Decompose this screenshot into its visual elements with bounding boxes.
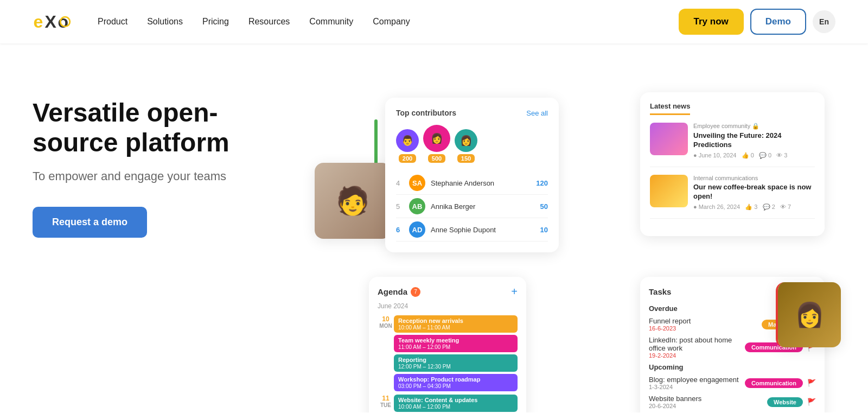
agenda-day-11: 11 TUE Website: Content & updates10:00 A… (378, 395, 518, 412)
rank-row-4: 4 SA Stephanie Anderson 120 (396, 171, 548, 195)
rank3-score: 150 (457, 154, 475, 163)
rank-row-5: 5 AB Annika Berger 50 (396, 195, 548, 218)
agenda-card: Agenda 7 + June 2024 10 MON Reception ne… (369, 277, 526, 412)
try-now-button[interactable]: Try now (679, 9, 744, 35)
tag-website-1: Website (767, 397, 803, 407)
see-all-link[interactable]: See all (526, 109, 548, 117)
agenda-badge: 7 (411, 287, 420, 297)
news-content-2: Internal communications Our new coffee-b… (693, 175, 815, 211)
agenda-title: Agenda (378, 287, 407, 296)
hero-visual: 🧑 Top contributors See all 👨 200 👩 500 👩 (282, 65, 835, 391)
event-reception: Reception new arrivals10:00 AM – 11:00 A… (394, 315, 518, 333)
nav-company[interactable]: Company (373, 17, 410, 27)
event-team-meeting: Team weekly meeting11:00 AM – 12:00 PM (394, 335, 518, 352)
nav-product[interactable]: Product (98, 17, 127, 27)
event-website: Website: Content & updates10:00 AM – 12:… (394, 395, 518, 412)
nav-resources[interactable]: Resources (248, 17, 290, 27)
navbar: e X o Product Solutions Pricing Resource… (0, 0, 868, 43)
profile-avatar-left: 🧑 (315, 163, 391, 239)
flag-yellow-2: 🚩 (807, 398, 816, 406)
avatar-rank3: 👩 150 (455, 129, 477, 163)
contributors-card: Top contributors See all 👨 200 👩 500 👩 1… (385, 98, 559, 252)
agenda-month: June 2024 (378, 302, 518, 310)
demo-button[interactable]: Demo (750, 9, 806, 35)
nav-links: Product Solutions Pricing Resources Comm… (98, 17, 679, 27)
event-workshop: Workshop: Product roadmap03:00 PM – 04:3… (394, 374, 518, 391)
svg-text:e: e (34, 12, 43, 31)
rank-row-6: 6 AD Anne Sophie Dupont 10 (396, 218, 548, 242)
svg-text:o: o (58, 12, 68, 31)
news-content-1: Employee community 🔒 Unveiling the Futur… (693, 123, 815, 159)
agenda-add-button[interactable]: + (511, 285, 518, 298)
rank1-score: 500 (428, 154, 445, 163)
agenda-day-10: 10 MON Reception new arrivals10:00 AM – … (378, 315, 518, 391)
profile-card-left: 🧑 (315, 163, 391, 239)
nav-community[interactable]: Community (309, 17, 353, 27)
language-button[interactable]: En (813, 10, 835, 33)
task-blog: Blog: employee engagement 1-3-2024 Commu… (649, 376, 816, 390)
rank1-avatar: 👩 (423, 125, 450, 152)
rank6-avatar: AD (409, 221, 425, 238)
avatar-rank1: 👩 500 (423, 125, 450, 163)
upcoming-label: Upcoming (649, 363, 816, 371)
svg-text:X: X (44, 12, 56, 31)
news-thumb-2 (650, 175, 688, 207)
contributors-header: Top contributors See all (396, 109, 548, 117)
profile-card-right: 👩 (776, 282, 841, 347)
hero-title: Versatile open-source platform (33, 98, 260, 157)
agenda-header: Agenda 7 + (378, 285, 518, 298)
nav-pricing[interactable]: Pricing (202, 17, 229, 27)
news-item-1: Employee community 🔒 Unveiling the Futur… (650, 123, 815, 167)
hero-text: Versatile open-source platform To empowe… (33, 65, 260, 238)
news-tab-bar: Latest news (650, 102, 815, 115)
nav-actions: Try now Demo En (679, 9, 835, 35)
logo[interactable]: e X o (33, 11, 72, 33)
flag-yellow-1: 🚩 (807, 379, 816, 387)
request-demo-button[interactable]: Request a demo (33, 207, 147, 238)
rank5-avatar: AB (409, 198, 425, 214)
hero-subtitle: To empower and engage your teams (33, 168, 260, 185)
news-thumb-1 (650, 123, 688, 155)
rank4-avatar: SA (409, 175, 425, 191)
news-tab-latest[interactable]: Latest news (650, 102, 690, 115)
rank3-avatar: 👩 (455, 129, 477, 152)
avatar-rank2: 👨 200 (396, 129, 419, 163)
task-website-banners: Website banners 20-6-2024 Website 🚩 (649, 395, 816, 409)
profile-avatar-right: 👩 (778, 282, 841, 347)
hero-section: Versatile open-source platform To empowe… (0, 43, 868, 412)
event-reporting: Reporting12:00 PM – 12:30 PM (394, 354, 518, 372)
news-card: Latest news Employee community 🔒 Unveili… (640, 92, 825, 236)
top-avatars: 👨 200 👩 500 👩 150 (396, 125, 548, 163)
tasks-title: Tasks (649, 287, 671, 296)
rank2-score: 200 (399, 154, 416, 163)
contributors-title: Top contributors (396, 109, 456, 117)
news-item-2: Internal communications Our new coffee-b… (650, 175, 815, 219)
rank2-avatar: 👨 (396, 129, 419, 152)
tag-communication-2: Communication (745, 378, 803, 388)
nav-solutions[interactable]: Solutions (147, 17, 183, 27)
